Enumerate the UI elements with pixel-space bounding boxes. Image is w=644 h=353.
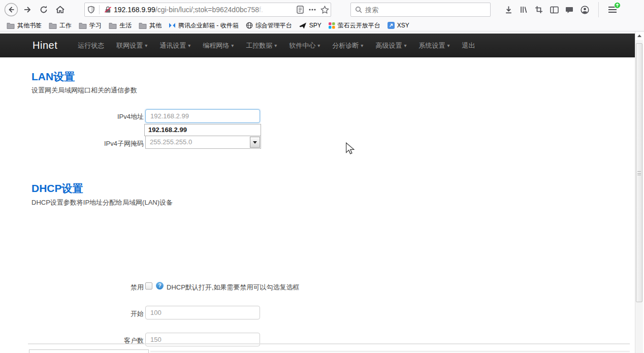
nav-item-10[interactable]: 退出 xyxy=(456,34,481,57)
menu-icon xyxy=(608,6,617,14)
nav-item-5[interactable]: 工控数据 ▾ xyxy=(240,34,283,57)
nav-item-label: 联网设置 xyxy=(116,41,143,50)
netmask-label: IPv4子网掩码 xyxy=(31,139,144,148)
bookmarks-bar: 其他书签 工作 学习 生活 其他 腾讯企业邮箱 - 收件箱 综合管理平台 SPY… xyxy=(0,19,644,31)
dhcp-start-label: 开始 xyxy=(31,309,144,318)
nav-item-label: 退出 xyxy=(462,41,475,50)
lan-section-subtitle: 设置网关局域网端口相关的通信参数 xyxy=(31,86,137,95)
bookmark-label: 萤石云开放平台 xyxy=(338,21,380,30)
dhcp-section-title: DHCP设置 xyxy=(31,181,83,196)
nav-item-4[interactable]: 编程网络 ▾ xyxy=(197,34,240,57)
chevron-down-icon: ▾ xyxy=(361,43,363,48)
dhcp-section-subtitle: DHCP设置参数将IP地址分配给局域网(LAN)设备 xyxy=(31,198,173,207)
bookmark-item[interactable]: XSY xyxy=(384,20,413,30)
download-icon[interactable] xyxy=(501,2,516,17)
home-icon[interactable] xyxy=(52,2,68,18)
screenshot-root: 192.168.9.99/cgi-bin/luci/;stok=b9624d0b… xyxy=(0,0,644,353)
brand-logo[interactable]: Hinet xyxy=(33,40,57,51)
nav-item-7[interactable]: 分析诊断 ▾ xyxy=(326,34,369,57)
bookmark-item[interactable]: 学习 xyxy=(75,20,105,30)
bookmark-label: 工作 xyxy=(59,21,72,30)
chevron-down-icon: ▾ xyxy=(447,43,449,48)
tracking-shield-icon[interactable] xyxy=(85,4,97,16)
reload-icon[interactable] xyxy=(36,2,52,18)
nav-item-label: 系统设置 xyxy=(418,41,445,50)
messages-icon[interactable] xyxy=(562,2,577,17)
netmask-selected-value: 255.255.255.0 xyxy=(146,136,261,146)
chevron-down-icon: ▾ xyxy=(404,43,406,48)
menu-icon[interactable] xyxy=(598,2,620,17)
nav-item-1[interactable]: 运行状态 xyxy=(72,34,110,57)
nav-item-label: 通讯设置 xyxy=(159,41,186,50)
bookmark-label: 综合管理平台 xyxy=(255,21,292,30)
nav-item-6[interactable]: 软件中心 ▾ xyxy=(283,34,326,57)
url-path: /cgi-bin/luci/;stok=b9624d0bc758 xyxy=(155,6,259,14)
bookmark-item[interactable]: 综合管理平台 xyxy=(242,20,296,30)
site-nav-items: 运行状态 联网设置 ▾ 通讯设置 ▾ 编程网络 ▾ 工控数据 ▾ 软件中心 ▾ … xyxy=(72,34,481,57)
scroll-up-icon[interactable] xyxy=(635,31,643,40)
sidebar-icon[interactable] xyxy=(546,2,562,17)
bookmark-item[interactable]: 工作 xyxy=(45,20,75,30)
xsy-icon xyxy=(388,22,395,29)
dhcp-start-input[interactable] xyxy=(145,306,260,319)
bookmark-item[interactable]: SPY xyxy=(296,20,325,30)
nav-item-2[interactable]: 联网设置 ▾ xyxy=(110,34,153,57)
back-icon[interactable] xyxy=(3,2,19,18)
ipv4-address-label: IPv4地址 xyxy=(31,112,144,121)
toolbar-icon-cluster xyxy=(501,2,620,18)
netmask-select[interactable]: 255.255.255.0 xyxy=(145,136,261,149)
library-icon[interactable] xyxy=(516,2,531,17)
url-path-faded: f. xyxy=(259,6,263,14)
nav-item-9[interactable]: 系统设置 ▾ xyxy=(412,34,456,57)
bookmark-item[interactable]: 其他书签 xyxy=(3,20,45,30)
scrollbar-thumb[interactable] xyxy=(636,43,642,302)
bookmark-label: 其他书签 xyxy=(17,21,42,30)
help-icon[interactable]: ? xyxy=(156,282,164,290)
dhcp-disable-label: 禁用 xyxy=(31,283,144,292)
urlbar-separator xyxy=(99,5,100,14)
bookmark-label: XSY xyxy=(397,22,409,29)
ipv4-address-input[interactable] xyxy=(145,109,260,123)
forward-icon[interactable] xyxy=(19,2,36,18)
bookmark-label: 学习 xyxy=(89,21,102,30)
url-text[interactable]: 192.168.9.99/cgi-bin/luci/;stok=b9624d0b… xyxy=(114,6,294,14)
account-icon[interactable] xyxy=(577,2,592,17)
browser-toolbar: 192.168.9.99/cgi-bin/luci/;stok=b9624d0b… xyxy=(0,0,644,19)
dhcp-disable-hint: DHCP默认打开,如果需要禁用可以勾选复选框 xyxy=(167,283,299,292)
site-navbar: Hinet 运行状态 联网设置 ▾ 通讯设置 ▾ 编程网络 ▾ 工控数据 ▾ 软… xyxy=(0,34,635,57)
dhcp-disable-checkbox[interactable] xyxy=(145,282,152,290)
bottom-partial-panel xyxy=(29,349,149,353)
chevron-down-icon: ▾ xyxy=(274,43,277,48)
bookmark-item[interactable]: 其他 xyxy=(135,20,165,30)
folder-icon xyxy=(7,22,15,29)
url-bar[interactable]: 192.168.9.99/cgi-bin/luci/;stok=b9624d0b… xyxy=(84,3,331,17)
reader-mode-icon[interactable] xyxy=(294,4,306,16)
autocomplete-suggestion[interactable]: 192.168.2.99 xyxy=(145,124,261,135)
bookmark-label: SPY xyxy=(309,22,321,29)
search-icon xyxy=(355,6,362,13)
chevron-down-icon: ▾ xyxy=(317,43,320,48)
bookmark-star-icon[interactable] xyxy=(318,4,331,16)
globe-icon xyxy=(246,22,253,29)
folder-icon xyxy=(139,22,147,29)
nav-item-label: 工控数据 xyxy=(246,41,272,50)
insecure-lock-icon[interactable] xyxy=(102,4,114,16)
nav-item-8[interactable]: 高级设置 ▾ xyxy=(369,34,412,57)
bookmark-item[interactable]: 腾讯企业邮箱 - 收件箱 xyxy=(165,20,242,30)
nav-item-3[interactable]: 通讯设置 ▾ xyxy=(153,34,197,57)
browser-chrome: 192.168.9.99/cgi-bin/luci/;stok=b9624d0b… xyxy=(0,0,644,31)
nav-item-label: 分析诊断 xyxy=(332,41,359,50)
page-actions-icon[interactable] xyxy=(306,4,318,16)
bookmark-item[interactable]: 萤石云开放平台 xyxy=(325,20,384,30)
folder-icon xyxy=(79,22,87,29)
chevron-down-icon[interactable] xyxy=(250,137,260,148)
screenshot-icon[interactable] xyxy=(531,2,546,17)
scrollbar-grip xyxy=(637,171,641,175)
scrollbar[interactable] xyxy=(635,31,643,353)
search-input[interactable] xyxy=(365,6,467,14)
nav-item-label: 运行状态 xyxy=(78,41,104,50)
bookmark-item[interactable]: 生活 xyxy=(105,20,135,30)
page-content: LAN设置 设置网关局域网端口相关的通信参数 IPv4地址 192.168.2.… xyxy=(0,57,635,353)
search-bar[interactable] xyxy=(350,3,491,17)
autocomplete-popup: 192.168.2.99 xyxy=(144,124,261,136)
